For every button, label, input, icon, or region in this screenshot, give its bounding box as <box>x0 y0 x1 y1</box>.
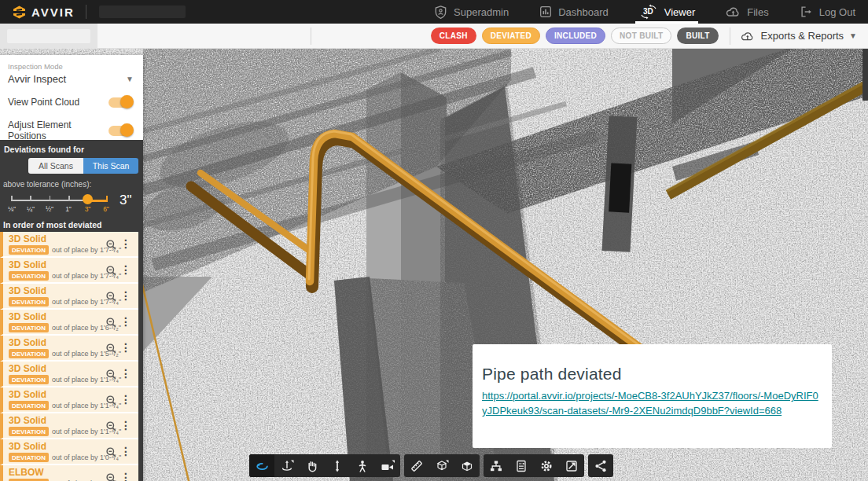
deviation-badge: DEVIATION <box>9 427 49 436</box>
zoom-to-item-icon[interactable] <box>105 343 117 358</box>
zoom-to-item-icon[interactable] <box>105 291 117 306</box>
adjust-element-positions-toggle[interactable] <box>108 126 132 136</box>
free-rotate-tool[interactable] <box>274 454 300 477</box>
tree-icon <box>489 459 503 473</box>
zoom-to-item-icon[interactable] <box>105 317 117 332</box>
view-point-cloud-label: View Point Cloud <box>8 97 79 108</box>
filter-clash[interactable]: CLASH <box>431 28 476 44</box>
status-filters: CLASH DEVIATED INCLUDED NOT BUILT BUILT <box>431 28 719 44</box>
properties-tool[interactable] <box>509 454 534 477</box>
scan-scope-tabs: All Scans This Scan <box>28 158 138 174</box>
zoom-to-item-icon[interactable] <box>105 369 117 384</box>
deviations-title: Deviations found for <box>4 145 143 154</box>
item-menu-icon[interactable]: ⋮ <box>120 314 131 329</box>
deviation-row[interactable]: 3D Solid DEVIATIONout of place by 1'7-³/… <box>0 284 138 310</box>
deviation-row[interactable]: 3D Solid DEVIATIONout of place by 1'6-¹/… <box>0 310 138 336</box>
item-menu-icon[interactable]: ⋮ <box>120 237 131 251</box>
nav-superadmin[interactable]: Superadmin <box>433 0 509 24</box>
pan-tool[interactable] <box>300 454 325 477</box>
right-edge-strip[interactable] <box>862 49 868 101</box>
orbit-tool[interactable] <box>249 454 274 477</box>
vertical-move-tool[interactable] <box>325 454 350 477</box>
ruler-icon <box>410 459 424 473</box>
model-tree-tool[interactable] <box>484 454 509 477</box>
deviation-row[interactable]: ELBOW DEVIATIONout of place by 1'0-¹/₄" … <box>0 465 138 481</box>
deviation-badge: DEVIATION <box>9 375 49 384</box>
properties-panel-icon <box>514 459 528 473</box>
filter-included[interactable]: INCLUDED <box>546 28 605 44</box>
avvir-logo[interactable]: AVVIR <box>0 6 86 19</box>
item-menu-icon[interactable]: ⋮ <box>120 263 131 277</box>
inspection-mode-select[interactable]: Avvir Inspect ▼ <box>8 73 135 85</box>
nav-3d-viewer[interactable]: 3D Viewer <box>638 0 696 24</box>
sub-toolbar: CLASH DEVIATED INCLUDED NOT BUILT BUILT … <box>0 24 868 49</box>
deviations-section: Deviations found for All Scans This Scan… <box>0 140 143 481</box>
superadmin-shield-icon <box>433 5 448 20</box>
export-cloud-icon <box>740 30 756 42</box>
viewer-3d-icon: 3D <box>638 4 659 20</box>
item-menu-icon[interactable]: ⋮ <box>120 418 131 432</box>
annotation-link[interactable]: https://portal.avvir.io/projects/-MoeCB8… <box>482 389 819 419</box>
inspection-mode-label: Inspection Mode <box>8 62 135 71</box>
nav-logout[interactable]: Log Out <box>799 0 855 24</box>
nav-3d-viewer-label: Viewer <box>664 6 696 18</box>
header-divider <box>86 5 86 19</box>
deviation-row[interactable]: 3D Solid DEVIATIONout of place by 1'5-¹/… <box>0 336 138 362</box>
deviation-row[interactable]: 3D Solid DEVIATIONout of place by 1'1-³/… <box>0 413 138 439</box>
zoom-to-item-icon[interactable] <box>105 265 117 280</box>
zoom-to-item-icon[interactable] <box>105 239 117 254</box>
tab-this-scan[interactable]: This Scan <box>83 158 138 174</box>
camera-tool[interactable] <box>375 454 400 477</box>
zoom-to-item-icon[interactable] <box>105 395 117 409</box>
tick-label: 1" <box>60 205 77 213</box>
tolerance-slider[interactable]: ⅛" ¼" ½" 1" 3" 6" <box>8 192 110 215</box>
order-label: In order of most deviated <box>3 220 143 229</box>
inspection-mode-value: Avvir Inspect <box>8 73 66 85</box>
filter-built[interactable]: BUILT <box>677 28 718 44</box>
nav-dashboard[interactable]: Dashboard <box>539 0 609 24</box>
view-point-cloud-toggle[interactable] <box>108 97 132 108</box>
tolerance-label: above tolerance (inches): <box>3 180 143 189</box>
section-box-tool[interactable] <box>429 454 454 477</box>
share-icon <box>594 459 608 473</box>
tick-label: ½" <box>41 205 58 213</box>
orbit-icon <box>255 459 270 473</box>
exports-divider <box>730 28 730 45</box>
deviation-row[interactable]: 3D Solid DEVIATIONout of place by 1'1-³/… <box>0 387 138 413</box>
redacted-project-name <box>99 6 186 18</box>
fullscreen-tool[interactable] <box>559 454 584 477</box>
zoom-to-item-icon[interactable] <box>105 472 117 481</box>
annotation-title: Pipe path deviated <box>482 365 819 384</box>
filter-not-built[interactable]: NOT BUILT <box>611 28 671 44</box>
tab-all-scans[interactable]: All Scans <box>28 158 83 174</box>
item-menu-icon[interactable]: ⋮ <box>120 392 131 406</box>
slider-handle[interactable] <box>83 194 93 204</box>
settings-tool[interactable] <box>534 454 559 477</box>
nav-files[interactable]: Files <box>725 0 768 24</box>
item-menu-icon[interactable]: ⋮ <box>120 288 131 303</box>
first-person-tool[interactable] <box>350 454 375 477</box>
cube-views-tool[interactable] <box>454 454 480 477</box>
up-down-arrow-icon <box>330 459 344 473</box>
deviation-badge: DEVIATION <box>9 323 49 332</box>
person-icon <box>355 459 370 473</box>
zoom-to-item-icon[interactable] <box>105 446 117 461</box>
main-nav: Superadmin Dashboard 3D <box>433 0 868 24</box>
deviation-row[interactable]: 3D Solid DEVIATIONout of place by 1'0-³/… <box>0 439 138 465</box>
exports-reports-menu[interactable]: Exports & Reports ▼ <box>740 30 868 42</box>
deviation-row[interactable]: 3D Solid DEVIATIONout of place by 1'1-³/… <box>0 362 138 387</box>
deviation-row[interactable]: 3D Solid DEVIATIONout of place by 1'7-³/… <box>0 232 138 258</box>
item-menu-icon[interactable]: ⋮ <box>120 340 131 354</box>
item-menu-icon[interactable]: ⋮ <box>120 366 131 380</box>
tick-label: ⅛" <box>3 205 20 213</box>
zoom-to-item-icon[interactable] <box>105 420 117 435</box>
share-tool[interactable] <box>588 454 613 477</box>
gear-icon <box>539 459 554 473</box>
deviation-row[interactable]: 3D Solid DEVIATIONout of place by 1'7-³/… <box>0 258 138 284</box>
measure-tool[interactable] <box>404 454 429 477</box>
item-menu-icon[interactable]: ⋮ <box>120 444 131 458</box>
deviation-badge: DEVIATION <box>9 245 49 255</box>
item-menu-icon[interactable]: ⋮ <box>120 470 131 481</box>
deviation-badge: DEVIATION <box>9 453 49 462</box>
filter-deviated[interactable]: DEVIATED <box>482 28 540 44</box>
